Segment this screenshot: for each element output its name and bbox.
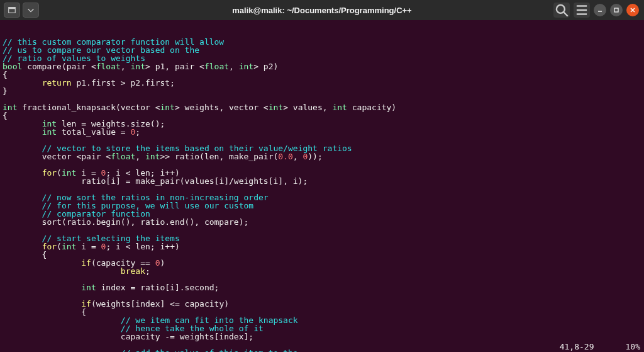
cursor-position: 41,8-29: [560, 343, 594, 351]
minimize-icon: [597, 7, 603, 13]
svg-line-3: [564, 12, 568, 16]
svg-rect-8: [614, 8, 618, 12]
close-icon: [630, 7, 636, 13]
code-line: sort(ratio.begin(), ratio.end(), compare…: [3, 218, 641, 226]
svg-rect-1: [9, 8, 16, 9]
hamburger-icon: [574, 2, 590, 18]
code-line: vector <pair <float, int>> ratio(len, ma…: [3, 152, 641, 161]
svg-point-2: [557, 5, 565, 13]
code-line: }: [3, 87, 641, 95]
code-line: int fractional_knapsack(vector <int> wei…: [3, 103, 641, 111]
titlebar-left-controls: [0, 3, 39, 18]
minimize-button[interactable]: [594, 4, 606, 16]
menu-button[interactable]: [574, 3, 590, 18]
tab-dropdown-button[interactable]: [23, 3, 39, 18]
titlebar-right-controls: [553, 3, 644, 18]
search-icon: [553, 2, 570, 18]
window-title: malik@malik: ~/Documents/Programming/C++: [0, 6, 644, 15]
vim-status-bar: 41,8-29 10%: [0, 343, 640, 351]
maximize-icon: [613, 7, 619, 13]
code-line: if(weights[index] <= capacity): [3, 300, 641, 308]
code-line: bool compare(pair <float, int> p1, pair …: [3, 62, 641, 71]
close-button[interactable]: [626, 4, 639, 16]
search-button[interactable]: [553, 3, 570, 18]
new-tab-button[interactable]: [4, 3, 20, 18]
code-line: int total_value = 0;: [3, 128, 641, 136]
window-titlebar: malik@malik: ~/Documents/Programming/C++: [0, 0, 644, 20]
code-line: break;: [3, 267, 641, 275]
chevron-down-icon: [26, 6, 35, 14]
code-line: ratio[i] = make_pair(values[i]/weights[i…: [3, 177, 641, 185]
code-line: for(int i = 0; i < len; i++): [3, 242, 641, 251]
maximize-button[interactable]: [610, 4, 623, 16]
terminal-tab-icon: [8, 6, 16, 14]
scroll-percent: 10%: [626, 343, 640, 351]
code-line: int index = ratio[i].second;: [3, 283, 641, 292]
code-line: return p1.first > p2.first;: [3, 79, 641, 87]
code-line: capacity -= weights[index];: [3, 332, 641, 341]
terminal-viewport[interactable]: // this custom comparator function will …: [0, 20, 644, 352]
